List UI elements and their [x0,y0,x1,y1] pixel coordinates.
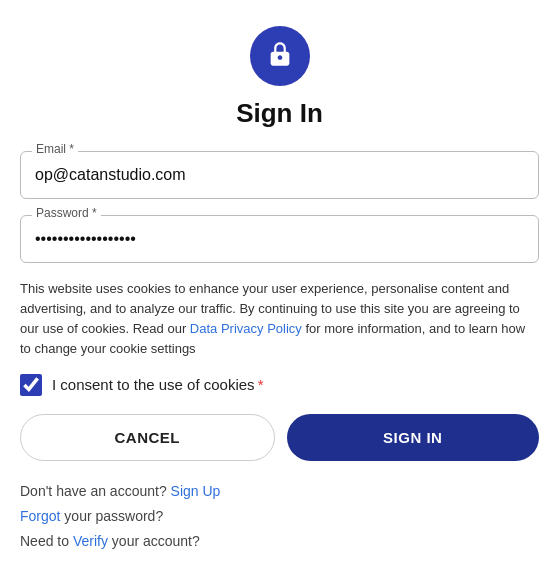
signin-button[interactable]: SIGN IN [287,414,540,461]
buttons-row: CANCEL SIGN IN [20,414,539,461]
password-field-group: Password * [20,215,539,263]
email-field-group: Email * [20,151,539,199]
consent-label[interactable]: I consent to the use of cookies* [52,376,263,393]
signup-link[interactable]: Sign Up [171,483,221,499]
forgot-link[interactable]: Forgot [20,508,60,524]
consent-checkbox[interactable] [20,374,42,396]
signin-container: Sign In Email * Password * This website … [0,2,559,582]
password-label: Password * [32,206,101,220]
forgot-row: Forgot your password? [20,504,539,529]
footer-links: Don't have an account? Sign Up Forgot yo… [20,479,539,555]
consent-row: I consent to the use of cookies* [20,374,539,396]
page-title: Sign In [236,98,323,129]
email-label: Email * [32,142,78,156]
email-input[interactable] [20,151,539,199]
lock-icon [266,40,294,72]
verify-suffix: your account? [108,533,200,549]
cancel-button[interactable]: CANCEL [20,414,275,461]
verify-link[interactable]: Verify [73,533,108,549]
verify-row: Need to Verify your account? [20,529,539,554]
forgot-suffix: your password? [60,508,163,524]
no-account-row: Don't have an account? Sign Up [20,479,539,504]
need-text: Need to [20,533,69,549]
no-account-text: Don't have an account? [20,483,167,499]
required-star: * [258,376,264,393]
password-input[interactable] [20,215,539,263]
cookie-notice: This website uses cookies to enhance you… [20,279,539,360]
logo-icon [250,26,310,86]
privacy-policy-link[interactable]: Data Privacy Policy [190,321,302,336]
